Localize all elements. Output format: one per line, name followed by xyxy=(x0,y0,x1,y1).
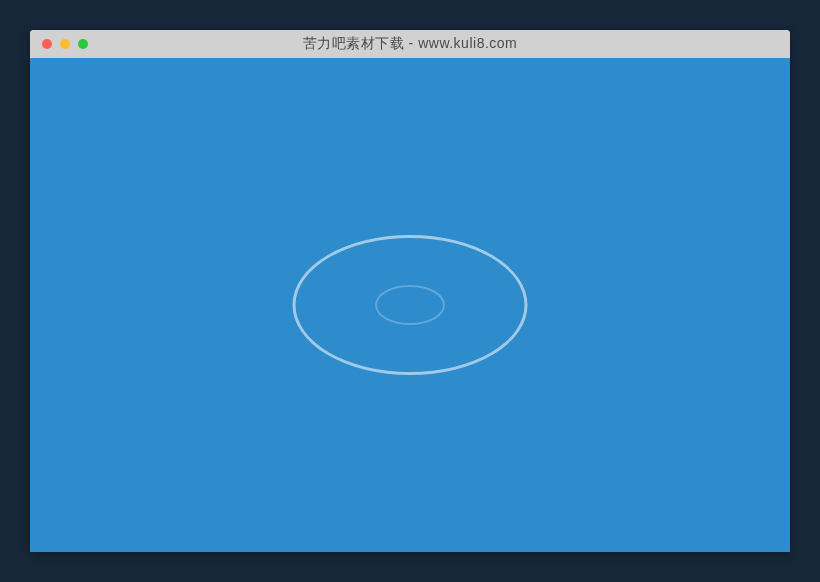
maximize-icon[interactable] xyxy=(78,39,88,49)
ripple-animation xyxy=(290,230,530,380)
close-icon[interactable] xyxy=(42,39,52,49)
content-area xyxy=(30,58,790,552)
traffic-lights xyxy=(30,39,88,49)
window-title: 苦力吧素材下载 - www.kuli8.com xyxy=(303,35,518,53)
minimize-icon[interactable] xyxy=(60,39,70,49)
browser-window: 苦力吧素材下载 - www.kuli8.com xyxy=(30,30,790,552)
titlebar: 苦力吧素材下载 - www.kuli8.com xyxy=(30,30,790,58)
ripple-inner xyxy=(375,285,445,325)
